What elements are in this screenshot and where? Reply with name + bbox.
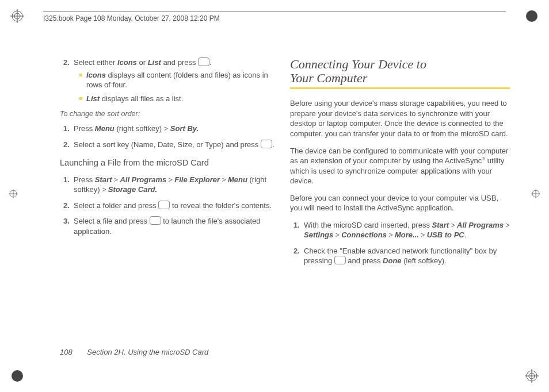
subsection-heading: Launching a File from the microSD Card bbox=[60, 157, 280, 169]
list-item: 1. Press Start > All Programs > File Exp… bbox=[63, 175, 280, 195]
chevron-right-icon: > bbox=[387, 230, 395, 239]
body-text: Select a folder and press bbox=[74, 201, 158, 210]
list-item: 2. Select a folder and press to reveal t… bbox=[63, 201, 280, 211]
body-text: or bbox=[137, 58, 148, 67]
body-text: to reveal the folder's contents. bbox=[170, 201, 272, 210]
body-text: Select either bbox=[74, 58, 117, 67]
body-text: With the microSD card inserted, press bbox=[304, 221, 432, 229]
body-text: and press bbox=[346, 256, 383, 265]
ui-term: More... bbox=[395, 230, 419, 239]
body-text: . bbox=[272, 140, 274, 149]
key-icon bbox=[334, 256, 346, 264]
body-text: Select a file and press bbox=[74, 217, 150, 225]
body-text: . bbox=[209, 58, 212, 67]
ui-term: Sort By. bbox=[168, 124, 199, 133]
chevron-right-icon: > bbox=[333, 230, 341, 239]
ui-term: Start bbox=[95, 175, 112, 184]
registration-mark-icon bbox=[8, 189, 18, 199]
ui-term: File Explorer bbox=[174, 175, 220, 184]
list-item: Icons displays all content (folders and … bbox=[79, 70, 280, 90]
list-item: 2. Select a sort key (Name, Date, Size, … bbox=[63, 140, 280, 150]
chevron-right-icon: > bbox=[419, 230, 427, 239]
chevron-right-icon: > bbox=[102, 185, 108, 194]
body-text: Press bbox=[74, 175, 95, 184]
ui-term: Done bbox=[383, 256, 402, 265]
subsection-caption: To change the sort order: bbox=[60, 109, 280, 119]
ui-term: All Programs bbox=[457, 221, 504, 229]
ui-term: Menu bbox=[95, 124, 115, 133]
body-text: and press bbox=[161, 58, 198, 67]
chevron-right-icon: > bbox=[449, 221, 457, 229]
ui-term: List bbox=[86, 94, 100, 103]
ui-term: List bbox=[148, 58, 161, 67]
chevron-right-icon: > bbox=[112, 175, 120, 184]
key-icon bbox=[150, 216, 161, 225]
registration-mark-icon bbox=[10, 369, 24, 383]
list-item: 3. Select a file and press to launch the… bbox=[63, 216, 280, 236]
ui-term: Settings bbox=[304, 230, 333, 239]
page-number: 108 bbox=[60, 348, 73, 356]
registration-mark-icon bbox=[525, 9, 539, 23]
key-icon bbox=[198, 57, 209, 66]
body-text: displays all content (folders and files)… bbox=[86, 71, 268, 90]
body-text: Before you can connect your device to yo… bbox=[290, 193, 510, 213]
list-item: List displays all files as a list. bbox=[79, 94, 280, 104]
page-footer: 108 Section 2H. Using the microSD Card bbox=[60, 348, 208, 356]
svg-point-4 bbox=[526, 10, 537, 22]
ui-term: All Programs bbox=[120, 175, 166, 184]
section-label: Section 2H. Using the microSD Card bbox=[87, 348, 208, 356]
list-item: 1. With the microSD card inserted, press… bbox=[293, 220, 510, 240]
registration-mark-icon bbox=[531, 189, 541, 199]
key-icon bbox=[158, 201, 170, 209]
list-item: 2. Select either Icons or List and press… bbox=[63, 57, 280, 103]
chevron-right-icon: > bbox=[166, 175, 174, 184]
body-text: Before using your device's mass storage … bbox=[290, 98, 510, 139]
list-item: 2. Check the "Enable advanced network fu… bbox=[293, 246, 510, 266]
ui-term: Menu bbox=[228, 175, 247, 184]
list-item: 1. Press Menu (right softkey) > Sort By. bbox=[63, 124, 280, 134]
body-text: Press bbox=[74, 124, 95, 133]
ui-term: Icons bbox=[117, 58, 137, 67]
ui-term: Start bbox=[432, 221, 449, 229]
body-text: . bbox=[464, 230, 467, 239]
body-text: The device can be configured to communic… bbox=[290, 146, 510, 186]
body-text: (right softkey) bbox=[115, 124, 164, 133]
body-text: Select a sort key (Name, Date, Size, or … bbox=[74, 140, 261, 149]
svg-point-5 bbox=[12, 370, 23, 382]
ui-term: Connections bbox=[341, 230, 387, 239]
body-text: displays all files as a list. bbox=[100, 94, 183, 103]
section-heading: Connecting Your Device to Your Computer bbox=[290, 57, 510, 85]
page-meta-header: I325.book Page 108 Monday, October 27, 2… bbox=[43, 11, 506, 22]
registration-mark-icon bbox=[525, 369, 539, 383]
ui-term: Icons bbox=[86, 71, 106, 79]
heading-underline bbox=[290, 87, 510, 89]
ui-term: Storage Card. bbox=[108, 185, 157, 194]
chevron-right-icon: > bbox=[220, 175, 228, 184]
key-icon bbox=[261, 140, 272, 148]
body-text: (left softkey). bbox=[402, 256, 447, 265]
ui-term: USB to PC bbox=[427, 230, 464, 239]
chevron-right-icon: > bbox=[504, 221, 510, 229]
registration-mark-icon bbox=[10, 9, 24, 23]
